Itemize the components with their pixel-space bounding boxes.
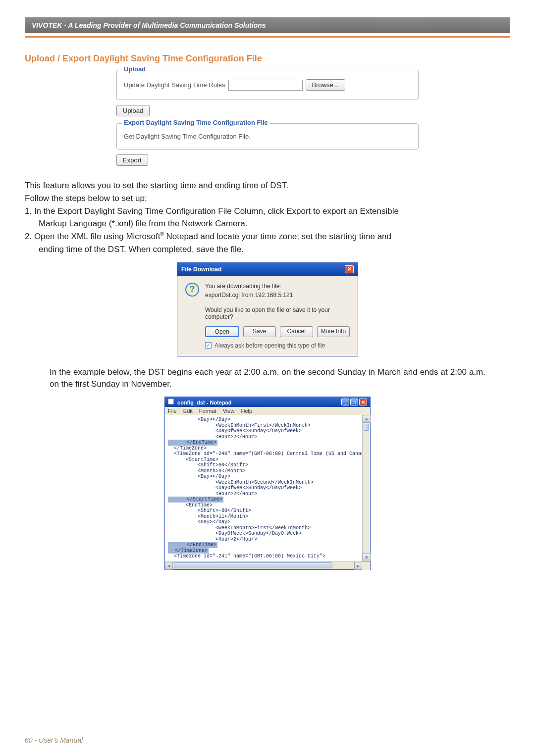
cancel-button[interactable]: Cancel bbox=[280, 326, 313, 337]
footer-separator: - bbox=[34, 736, 39, 744]
dialog-line2: exportDst.cgi from 192.168.5.121 bbox=[205, 292, 350, 299]
scroll-right-icon[interactable]: ► bbox=[354, 562, 362, 570]
body-text-block: This feature allows you to set the start… bbox=[25, 180, 510, 255]
upload-legend: Upload bbox=[122, 65, 148, 73]
notepad-close-button[interactable]: ✕ bbox=[359, 399, 367, 405]
menu-help[interactable]: Help bbox=[241, 408, 252, 414]
config-ui-block: Upload Update Daylight Saving Time Rules… bbox=[116, 70, 419, 173]
save-button[interactable]: Save bbox=[243, 326, 276, 337]
body-step1b: Markup Language (*.xml) file from the Ne… bbox=[25, 218, 510, 230]
export-button[interactable]: Export bbox=[116, 154, 148, 166]
upload-label: Update Daylight Saving Time Rules bbox=[124, 81, 225, 89]
banner-text: VIVOTEK - A Leading Provider of Multimed… bbox=[32, 21, 266, 29]
notepad-content[interactable]: <Day></Day> <WeekInMonth>First</WeekInMo… bbox=[165, 415, 362, 561]
document-page: VIVOTEK - A Leading Provider of Multimed… bbox=[0, 0, 535, 756]
page-number: 60 bbox=[25, 736, 33, 744]
notepad-window: config_dst - Notepad ‗ □ ✕ File Edit For… bbox=[164, 397, 371, 570]
scroll-thumb-vertical[interactable] bbox=[364, 424, 369, 431]
body-step2b-text: Notepad and locate your time zone; set t… bbox=[164, 232, 391, 241]
notepad-titlebar: config_dst - Notepad ‗ □ ✕ bbox=[165, 397, 370, 407]
upload-path-input[interactable] bbox=[228, 80, 303, 91]
menu-file[interactable]: File bbox=[168, 408, 177, 414]
body-p1: This feature allows you to set the start… bbox=[25, 180, 510, 192]
dialog-question: Would you like to open the file or save … bbox=[205, 306, 350, 320]
example-paragraph: In the example below, the DST begins eac… bbox=[50, 366, 485, 390]
dialog-line1: You are downloading the file: bbox=[205, 283, 350, 290]
scroll-thumb-horizontal[interactable] bbox=[174, 562, 332, 568]
export-fieldset: Export Daylight Saving Time Configuratio… bbox=[116, 123, 419, 150]
dialog-body: ? You are downloading the file: exportDs… bbox=[177, 276, 358, 356]
footer-label: User's Manual bbox=[39, 736, 83, 744]
dialog-title-text: File Download bbox=[181, 266, 221, 273]
question-icon: ? bbox=[185, 283, 199, 297]
header-banner: VIVOTEK - A Leading Provider of Multimed… bbox=[25, 17, 510, 33]
browse-button[interactable]: Browse... bbox=[306, 79, 345, 91]
body-step2c: ending time of the DST. When completed, … bbox=[25, 244, 510, 255]
upload-fieldset: Upload Update Daylight Saving Time Rules… bbox=[116, 70, 419, 100]
scroll-up-icon[interactable]: ▲ bbox=[363, 415, 371, 423]
open-button[interactable]: Open bbox=[205, 326, 239, 337]
notepad-scrollbar-vertical[interactable]: ▲ ▼ bbox=[362, 415, 370, 561]
upload-button[interactable]: Upload bbox=[116, 105, 150, 116]
dialog-checkbox-row: ✓ Always ask before opening this type of… bbox=[205, 342, 350, 349]
dialog-content: You are downloading the file: exportDst.… bbox=[205, 283, 350, 349]
scroll-down-icon[interactable]: ▼ bbox=[363, 554, 371, 561]
body-step1: 1. In the Export Daylight Saving Time Co… bbox=[25, 205, 510, 217]
notepad-icon bbox=[168, 399, 174, 404]
export-label: Get Daylight Saving Time Configuration F… bbox=[124, 133, 251, 140]
section-title: Upload / Export Daylight Saving Time Con… bbox=[25, 53, 510, 64]
notepad-window-controls: ‗ □ ✕ bbox=[341, 399, 367, 405]
banner-divider bbox=[25, 36, 510, 38]
notepad-title-row: config_dst - Notepad bbox=[168, 399, 231, 405]
page-footer: 60 - User's Manual bbox=[25, 736, 83, 744]
notepad-menubar: File Edit Format View Help bbox=[165, 407, 370, 415]
body-step2: 2. Open the XML file using Microsoft® No… bbox=[25, 231, 510, 243]
menu-view[interactable]: View bbox=[223, 408, 235, 414]
dialog-button-row: Open Save Cancel More Info bbox=[205, 326, 350, 337]
more-info-button[interactable]: More Info bbox=[317, 326, 350, 337]
always-ask-checkbox[interactable]: ✓ bbox=[205, 342, 212, 349]
body-p2: Follow the steps below to set up: bbox=[25, 193, 510, 204]
resize-grip-icon[interactable] bbox=[362, 562, 370, 570]
file-download-dialog: File Download ✕ ? You are downloading th… bbox=[177, 262, 358, 356]
notepad-body: <Day></Day> <WeekInMonth>First</WeekInMo… bbox=[165, 415, 370, 561]
always-ask-label: Always ask before opening this type of f… bbox=[214, 342, 325, 349]
menu-format[interactable]: Format bbox=[199, 408, 216, 414]
minimize-button[interactable]: ‗ bbox=[341, 399, 349, 405]
dialog-titlebar: File Download ✕ bbox=[177, 263, 358, 276]
export-row: Get Daylight Saving Time Configuration F… bbox=[124, 133, 411, 140]
maximize-button[interactable]: □ bbox=[350, 399, 358, 405]
notepad-scrollbar-horizontal[interactable]: ◄ ► bbox=[165, 561, 370, 569]
body-step2a-text: 2. Open the XML file using Microsoft bbox=[25, 232, 160, 241]
dialog-close-button[interactable]: ✕ bbox=[345, 265, 354, 273]
export-legend: Export Daylight Saving Time Configuratio… bbox=[122, 119, 270, 126]
menu-edit[interactable]: Edit bbox=[183, 408, 193, 414]
upload-row: Update Daylight Saving Time Rules Browse… bbox=[124, 79, 411, 91]
scroll-left-icon[interactable]: ◄ bbox=[165, 562, 173, 570]
notepad-title-text: config_dst - Notepad bbox=[177, 400, 231, 405]
registered-symbol: ® bbox=[160, 232, 163, 237]
